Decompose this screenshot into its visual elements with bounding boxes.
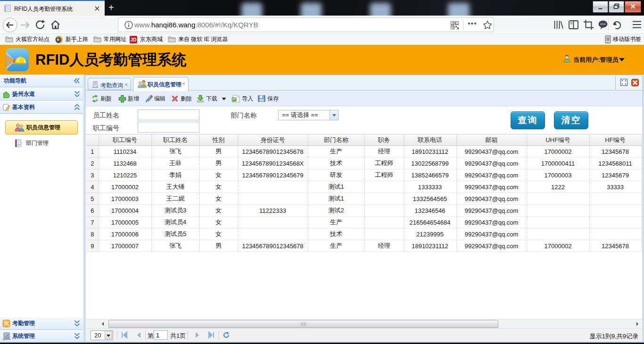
svg-text:JD: JD [131, 37, 137, 42]
